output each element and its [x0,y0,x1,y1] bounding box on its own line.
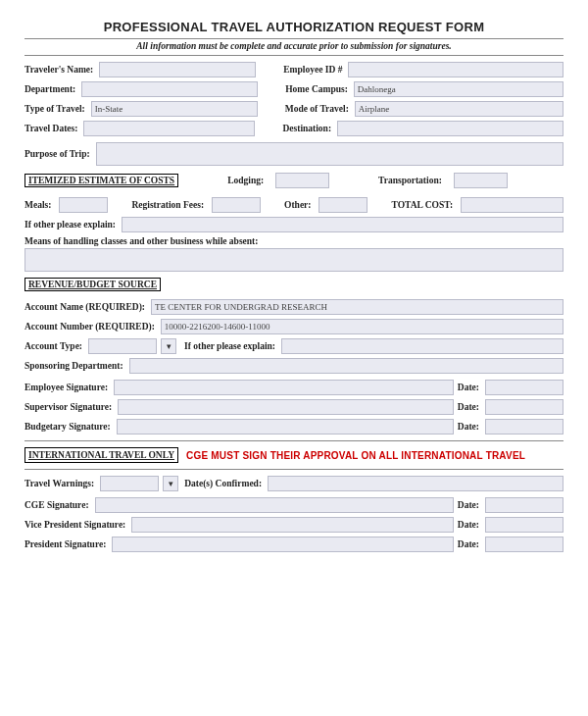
label-date-4: Date: [458,500,481,510]
mode-of-travel-field[interactable]: Airplane [355,101,564,117]
label-supervisor-sig: Supervisor Signature: [24,402,114,412]
traveler-name-field[interactable] [99,62,256,77]
label-other-explain: If other please explain: [24,220,118,230]
account-type-dropdown-icon[interactable] [161,338,176,354]
page-title: PROFESSIONAL TRAVEL AUTHORIZATION REQUES… [24,20,564,34]
president-sig-date-field[interactable] [485,537,564,552]
section-international: INTERNATIONAL TRAVEL ONLY [24,447,178,463]
other-explain-field[interactable] [122,217,564,232]
employee-id-field[interactable] [348,62,564,77]
label-vp-sig: Vice President Signature: [24,520,127,530]
label-other: Other: [284,200,313,210]
supervisor-sig-field[interactable] [118,399,454,415]
label-meals: Meals: [24,200,53,210]
travel-warnings-dropdown-icon[interactable] [163,476,178,491]
account-type-field[interactable] [88,338,157,354]
label-mode-of-travel: Mode of Travel: [285,104,351,114]
type-of-travel-field[interactable]: In-State [91,101,258,117]
label-employee-id: Employee ID # [283,65,344,75]
cge-sig-field[interactable] [95,497,454,513]
president-sig-field[interactable] [112,537,454,552]
employee-sig-field[interactable] [114,380,454,395]
label-total-cost: TOTAL COST: [391,200,455,210]
budgetary-sig-field[interactable] [117,419,454,435]
account-name-field[interactable]: TE CENTER FOR UNDERGRAD RESEARCH [151,299,564,315]
total-cost-field[interactable] [461,197,564,213]
intl-warning-text: CGE MUST SIGN THEIR APPROVAL ON ALL INTE… [186,450,525,461]
label-reg-fees: Registration Fees: [131,200,206,210]
label-travel-warnings: Travel Warnings: [24,479,96,488]
vp-sig-date-field[interactable] [485,517,564,533]
transportation-field[interactable] [454,173,508,188]
label-date-5: Date: [458,520,481,530]
means-handling-field[interactable] [24,248,564,272]
label-travel-dates: Travel Dates: [24,124,79,133]
label-date-2: Date: [458,402,481,412]
travel-dates-field[interactable] [83,121,255,136]
label-other-explain2: If other please explain: [184,341,277,351]
budgetary-sig-date-field[interactable] [485,419,564,435]
sponsoring-dept-field[interactable] [129,358,564,374]
reg-fees-field[interactable] [212,197,261,213]
label-department: Department: [24,84,77,94]
label-type-of-travel: Type of Travel: [24,104,87,114]
subtitle: All information must be complete and acc… [24,38,564,56]
label-lodging: Lodging: [227,176,266,185]
meals-field[interactable] [59,197,108,213]
lodging-field[interactable] [275,173,329,188]
label-sponsoring-dept: Sponsoring Department: [24,361,125,371]
label-destination: Destination: [282,124,333,133]
supervisor-sig-date-field[interactable] [485,399,564,415]
label-home-campus: Home Campus: [285,84,350,94]
vp-sig-field[interactable] [131,517,454,533]
dates-confirmed-field[interactable] [268,476,564,491]
home-campus-field[interactable]: Dahlonega [354,81,564,97]
destination-field[interactable] [337,121,564,136]
label-date-1: Date: [458,383,481,392]
label-means-handling: Means of handling classes and other busi… [24,236,564,246]
label-cge-sig: CGE Signature: [24,500,91,510]
label-transportation: Transportation: [378,176,444,185]
label-president-sig: President Signature: [24,539,108,549]
employee-sig-date-field[interactable] [485,380,564,395]
cge-sig-date-field[interactable] [485,497,564,513]
label-date-6: Date: [458,539,481,549]
label-employee-sig: Employee Signature: [24,383,110,392]
label-date-3: Date: [458,422,481,432]
label-account-name: Account Name (REQUIRED): [24,302,147,312]
other-explain2-field[interactable] [281,338,564,354]
label-budgetary-sig: Budgetary Signature: [24,422,113,432]
label-dates-confirmed: Date(s) Confirmed: [184,479,264,488]
other-field[interactable] [318,197,368,213]
section-itemized: ITEMIZED ESTIMATE OF COSTS [24,174,178,187]
account-number-field[interactable]: 10000-2216200-14600-11000 [161,319,564,334]
label-account-number: Account Number (REQUIRED): [24,322,157,332]
section-revenue: REVENUE/BUDGET SOURCE [24,278,161,291]
label-purpose: Purpose of Trip: [24,149,92,159]
label-traveler-name: Traveler's Name: [24,65,95,75]
travel-warnings-field[interactable] [100,476,159,491]
purpose-field[interactable] [96,142,564,166]
label-account-type: Account Type: [24,341,84,351]
department-field[interactable] [81,81,258,97]
